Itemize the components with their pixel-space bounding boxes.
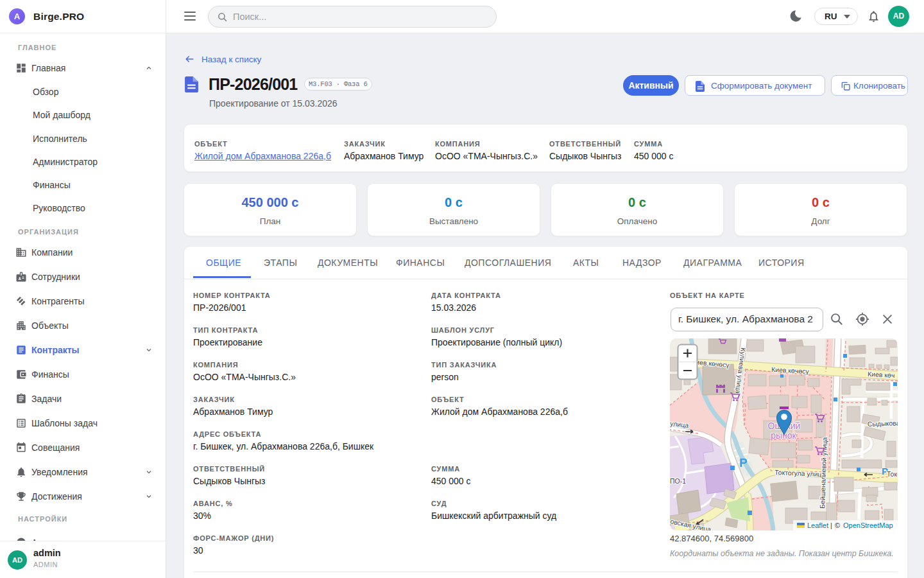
svg-text:|: | (830, 521, 832, 529)
svg-text:P: P (739, 456, 748, 469)
svg-text:Ток: Ток (887, 470, 897, 478)
svg-text:©: © (835, 521, 840, 529)
svg-text:Киев көч: Киев көч (868, 370, 895, 379)
svg-text:Leaflet: Leaflet (807, 521, 828, 529)
svg-text:Сыдыкова: Сыдыкова (868, 419, 898, 428)
svg-text:ПО-1: ПО-1 (670, 477, 686, 485)
svg-text:OpenStreetMap: OpenStreetMap (843, 521, 893, 529)
